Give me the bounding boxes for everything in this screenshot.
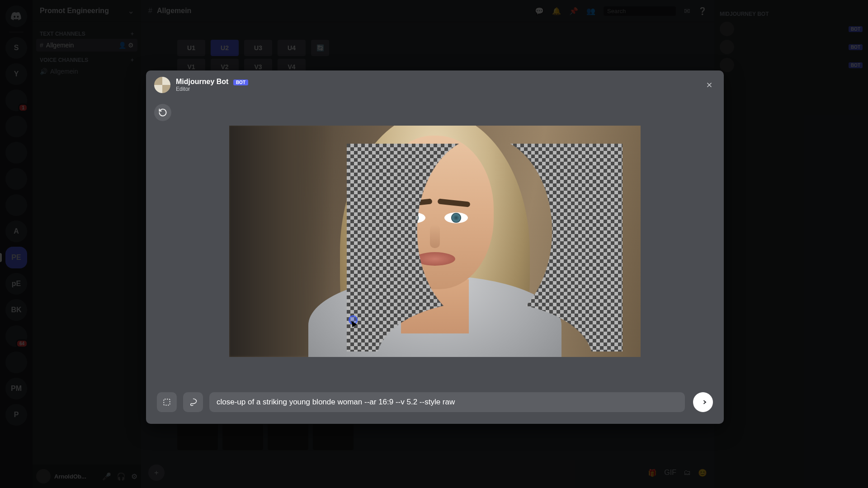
u3-button[interactable]: U3 [244, 40, 272, 56]
member-list: MIDJOURNEY BOT BOT BOT BOT [714, 0, 868, 488]
image-preview[interactable] [229, 126, 641, 357]
close-button[interactable] [703, 79, 716, 91]
reroll-button[interactable]: 🔄 [311, 40, 329, 56]
attach-button[interactable]: ＋ [148, 465, 165, 481]
gift-icon[interactable]: 🎁 [648, 469, 657, 477]
guild-item[interactable]: 64 [5, 325, 27, 347]
deafen-icon[interactable]: 🎧 [117, 472, 126, 481]
speaker-icon: 🔊 [40, 68, 47, 75]
dm-home-button[interactable] [5, 5, 27, 27]
channel-category[interactable]: TEXT CHANNELS+ [36, 25, 137, 39]
close-icon [705, 81, 713, 89]
guild-separator [9, 32, 24, 33]
editor-modal: Midjourney Bot BOT Editor [146, 70, 724, 424]
guild-item[interactable] [5, 142, 27, 164]
arrow-right-icon [698, 398, 708, 407]
thumbnail[interactable] [268, 421, 308, 450]
guild-item[interactable]: A [5, 221, 27, 242]
guild-rail: S Y 1 A PE pE BK 64 PM P [0, 0, 33, 488]
undo-icon [158, 108, 167, 117]
guild-item[interactable]: PM [5, 378, 27, 399]
avatar [720, 22, 734, 36]
channel-sidebar: Promot Engineering ⌄ TEXT CHANNELS+ # Al… [33, 0, 141, 488]
mute-icon[interactable]: 🎤 [102, 472, 111, 481]
user-panel: ArnoldOb... 🎤 🎧 ⚙ [33, 465, 141, 488]
submit-button[interactable] [693, 392, 713, 412]
avatar[interactable] [36, 469, 51, 483]
help-icon[interactable]: ❔ [698, 7, 707, 15]
guild-item[interactable] [5, 194, 27, 216]
server-name: Promot Engineering [40, 7, 109, 15]
lasso-icon [189, 398, 198, 407]
members-icon[interactable]: 👥 [586, 7, 595, 15]
svg-rect-0 [164, 399, 170, 405]
thumbnail[interactable] [177, 421, 218, 450]
guild-item[interactable] [5, 168, 27, 190]
emoji-icon[interactable]: 😊 [698, 469, 707, 477]
settings-icon[interactable]: ⚙ [131, 472, 137, 481]
member-item[interactable]: BOT [720, 56, 863, 74]
thumbnail-strip [177, 421, 354, 450]
guild-item[interactable]: pE [5, 273, 27, 295]
modal-subtitle: Editor [176, 86, 248, 92]
chevron-down-icon: ⌄ [128, 7, 134, 15]
selection-mask [347, 144, 623, 352]
rectangle-select-icon [162, 398, 171, 407]
prompt-text: close-up of a striking young blonde woma… [217, 398, 455, 407]
threads-icon[interactable]: 💬 [535, 7, 544, 15]
bot-avatar [154, 77, 170, 93]
upscale-row-1: U1 U2 U3 U4 🔄 [177, 40, 329, 56]
u1-button[interactable]: U1 [177, 40, 205, 56]
editor-canvas[interactable] [146, 99, 724, 383]
inbox-icon[interactable]: ✉ [684, 7, 690, 15]
member-category: MIDJOURNEY BOT [720, 11, 863, 17]
thumbnail[interactable] [313, 421, 354, 450]
avatar [720, 40, 734, 54]
notifications-icon[interactable]: 🔔 [552, 7, 561, 15]
bot-name: Midjourney Bot [176, 78, 228, 85]
guild-item[interactable] [5, 352, 27, 373]
guild-item[interactable]: 1 [5, 89, 27, 111]
u4-button[interactable]: U4 [278, 40, 306, 56]
thumbnail[interactable] [222, 421, 263, 450]
prompt-input[interactable]: close-up of a striking young blonde woma… [209, 392, 685, 412]
hash-icon: # [40, 42, 43, 49]
hash-icon: # [148, 7, 152, 15]
guild-item[interactable]: BK [5, 299, 27, 321]
lasso-select-tool[interactable] [183, 392, 203, 412]
chat-header: # Allgemein 💬 🔔 📌 👥 Search ✉ ❔ [141, 0, 714, 22]
modal-footer: close-up of a striking young blonde woma… [146, 383, 724, 424]
channel-allgemein[interactable]: # Allgemein 👤 ⚙ [36, 39, 137, 52]
search-input[interactable]: Search [604, 6, 676, 16]
undo-button[interactable] [154, 104, 171, 121]
member-item[interactable]: BOT [720, 20, 863, 38]
modal-header: Midjourney Bot BOT Editor [146, 70, 724, 99]
guild-item[interactable]: Y [5, 63, 27, 85]
channel-voice[interactable]: 🔊 Allgemein [36, 65, 137, 78]
avatar [720, 58, 734, 72]
gif-icon[interactable]: GIF [664, 469, 676, 477]
sticker-icon[interactable]: 🗂 [684, 469, 691, 477]
message-input-bar: ＋ 🎁 GIF 🗂 😊 [141, 457, 714, 488]
server-header[interactable]: Promot Engineering ⌄ [33, 0, 141, 22]
guild-item[interactable] [5, 116, 27, 137]
discord-logo-icon [10, 12, 22, 21]
member-item[interactable]: BOT [720, 38, 863, 56]
rectangle-select-tool[interactable] [157, 392, 177, 412]
guild-item[interactable]: P [5, 404, 27, 426]
channel-title: Allgemein [157, 7, 191, 15]
channel-category[interactable]: VOICE CHANNELS+ [36, 52, 137, 65]
username: ArnoldOb... [54, 473, 86, 480]
pinned-icon[interactable]: 📌 [569, 7, 578, 15]
bot-tag: BOT [233, 80, 248, 85]
guild-item[interactable]: S [5, 37, 27, 59]
u2-button[interactable]: U2 [211, 40, 239, 56]
guild-item-selected[interactable]: PE [5, 247, 27, 268]
